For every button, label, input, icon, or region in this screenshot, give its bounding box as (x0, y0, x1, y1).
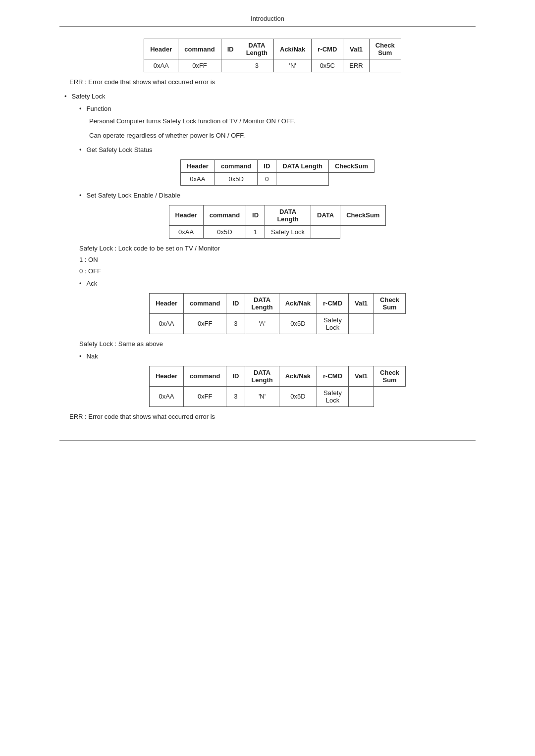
tack-header-id: ID (226, 293, 245, 313)
table1-row-acknak: 'N' (274, 59, 312, 72)
table1-row-checksum (369, 59, 401, 72)
tack-row-checksum (349, 313, 374, 334)
bullet-ack-label: Ack (87, 280, 98, 287)
para-function1: Personal Computer turns Safety Lock func… (89, 116, 476, 127)
tack-row-header: 0xAA (149, 313, 183, 334)
tnak-header-val1: Val1 (349, 366, 374, 386)
page-title: Introduction (251, 15, 284, 22)
note-off: 0 : OFF (79, 267, 476, 275)
tget-header-checksum: CheckSum (328, 159, 374, 172)
table1-header-val1: Val1 (343, 39, 369, 59)
tnak-header-checksum: CheckSum (374, 366, 406, 386)
bullet-function-label: Function (87, 105, 111, 112)
tset-header-data-length: DATALength (265, 205, 311, 225)
tack-row-val1: SafetyLock (317, 313, 349, 334)
table-set-wrap: Header command ID DATALength DATA CheckS… (79, 205, 476, 239)
bullet-mark-set: • (79, 192, 82, 199)
table-get: Header command ID DATA Length CheckSum 0… (180, 159, 374, 186)
tget-header-command: command (214, 159, 257, 172)
table1-row-rcmd: 0x5C (312, 59, 343, 72)
bullet-function: • Function (79, 105, 476, 112)
table1-row-data-length: 3 (240, 59, 273, 72)
tnak-header-acknak: Ack/Nak (279, 366, 317, 386)
tnak-row-checksum (349, 386, 374, 406)
bullet-get-label: Get Safety Lock Status (87, 146, 153, 153)
bullet-set: • Set Safety Lock Enable / Disable (79, 192, 476, 199)
tnak-header-data-length: DATALength (245, 366, 279, 386)
tack-row-command: 0xFF (183, 313, 226, 334)
table-get-wrap: Header command ID DATA Length CheckSum 0… (79, 159, 476, 186)
tack-row-rcmd: 0x5D (279, 313, 317, 334)
note-nak: ERR : Error code that shows what occurre… (69, 413, 476, 420)
tget-row-command: 0x5D (214, 172, 257, 185)
bullet-mark-nak: • (79, 353, 82, 360)
tack-header-command: command (183, 293, 226, 313)
table1-header-id: ID (221, 39, 240, 59)
tget-header-id: ID (258, 159, 276, 172)
bullet-mark-l1: • (64, 93, 67, 100)
tset-row-command: 0x5D (203, 225, 246, 238)
table-ack: Header command ID DATALength Ack/Nak r-C… (149, 293, 406, 334)
tget-header-data-length: DATA Length (276, 159, 329, 172)
tset-header-checksum: CheckSum (340, 205, 386, 225)
table-nak-wrap: Header command ID DATALength Ack/Nak r-C… (79, 366, 476, 407)
bullet-set-label: Set Safety Lock Enable / Disable (87, 192, 180, 199)
tnak-row-acknak: 'N' (245, 386, 279, 406)
tnak-row-rcmd: 0x5D (279, 386, 317, 406)
table1-row-val1: ERR (343, 59, 369, 72)
tset-row-data: Safety Lock (265, 225, 311, 238)
tget-row-data-length: 0 (258, 172, 276, 185)
table-nak: Header command ID DATALength Ack/Nak r-C… (149, 366, 406, 407)
table-ack-wrap: Header command ID DATALength Ack/Nak r-C… (79, 293, 476, 334)
tget-header-header: Header (180, 159, 214, 172)
tack-header-header: Header (149, 293, 183, 313)
tset-row-header: 0xAA (169, 225, 203, 238)
bullet-safety-lock-label: Safety Lock (72, 93, 106, 100)
tack-row-data-length: 3 (226, 313, 245, 334)
tset-row-data-length: 1 (246, 225, 265, 238)
tset-header-command: command (203, 205, 246, 225)
table1-header-data-length: DATALength (240, 39, 273, 59)
tnak-row-val1: SafetyLock (317, 386, 349, 406)
bullet-ack: • Ack (79, 280, 476, 287)
tack-header-checksum: CheckSum (374, 293, 406, 313)
tack-header-rcmd: r-CMD (317, 293, 349, 313)
note-safetylock: Safety Lock : Lock code to be set on TV … (79, 245, 476, 252)
tnak-row-command: 0xFF (183, 386, 226, 406)
table1-row-header: 0xAA (144, 59, 178, 72)
bullet-mark-ack: • (79, 280, 82, 287)
table-set: Header command ID DATALength DATA CheckS… (169, 205, 386, 239)
tnak-header-id: ID (226, 366, 245, 386)
tnak-header-header: Header (149, 366, 183, 386)
table1-header-acknak: Ack/Nak (274, 39, 312, 59)
note1: ERR : Error code that shows what occurre… (69, 78, 476, 86)
para-function2: Can operate regardless of whether power … (89, 131, 476, 141)
note-on: 1 : ON (79, 256, 476, 263)
tset-header-header: Header (169, 205, 203, 225)
tset-row-checksum (311, 225, 340, 238)
bullet-nak: • Nak (79, 353, 476, 360)
page: Introduction Header command ID DATALengt… (0, 0, 535, 756)
table1-row-id (221, 59, 240, 72)
tnak-row-data-length: 3 (226, 386, 245, 406)
tack-header-acknak: Ack/Nak (279, 293, 317, 313)
bullet-mark-get: • (79, 146, 82, 153)
bullet-nak-label: Nak (87, 353, 98, 360)
tset-header-id: ID (246, 205, 265, 225)
tset-header-data: DATA (311, 205, 340, 225)
tget-row-header: 0xAA (180, 172, 214, 185)
page-header: Introduction (59, 15, 476, 27)
tack-header-data-length: DATALength (245, 293, 279, 313)
table1: Header command ID DATALength Ack/Nak r-C… (144, 39, 401, 72)
table1-header-command: command (178, 39, 221, 59)
page-footer (59, 440, 476, 445)
note-ack: Safety Lock : Same as above (79, 340, 476, 348)
bullet-get: • Get Safety Lock Status (79, 146, 476, 153)
table1-header-checksum: CheckSum (369, 39, 401, 59)
tack-row-acknak: 'A' (245, 313, 279, 334)
table1-header-header: Header (144, 39, 178, 59)
bullet-mark-function: • (79, 105, 82, 112)
bullet-safety-lock: • Safety Lock (64, 93, 476, 100)
table1-wrap: Header command ID DATALength Ack/Nak r-C… (69, 39, 476, 72)
table1-header-rcmd: r-CMD (312, 39, 343, 59)
